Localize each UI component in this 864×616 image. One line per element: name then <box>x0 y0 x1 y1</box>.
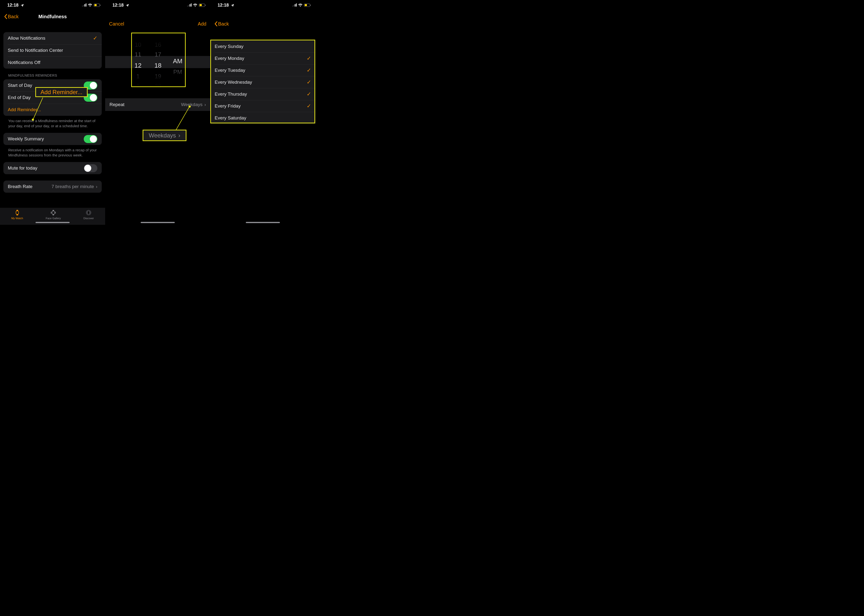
weekly-summary-group: Weekly Summary <box>3 133 102 145</box>
repeat-group: Repeat Weekdays › <box>105 98 210 111</box>
day-row[interactable]: Every Friday✓ <box>210 100 315 112</box>
svg-rect-3 <box>52 211 55 214</box>
reminders-header: MINDFULNESS REMINDERS <box>0 69 105 79</box>
panel-repeat-days: 12:18 Back Every SundayEvery Monday✓Ever… <box>210 0 315 225</box>
picker-tick <box>168 47 187 55</box>
weekly-summary-toggle[interactable] <box>84 135 98 143</box>
add-reminder-row[interactable]: Add Reminder... <box>3 104 102 116</box>
row-label: Breath Rate <box>8 184 32 189</box>
mute-group: Mute for today <box>3 162 102 174</box>
weekly-summary-footer: Receive a notification on Mondays with a… <box>0 145 105 160</box>
day-row[interactable]: Every Sunday <box>210 40 315 52</box>
picker-tick: 15 <box>148 30 168 40</box>
svg-rect-5 <box>53 215 54 215</box>
status-right <box>187 4 205 7</box>
day-row[interactable]: Every Thursday✓ <box>210 88 315 100</box>
tab-label: Discover <box>83 217 94 220</box>
chevron-right-icon: › <box>96 184 98 189</box>
svg-rect-2 <box>16 215 18 215</box>
picker-tick <box>168 30 187 38</box>
repeat-row[interactable]: Repeat Weekdays › <box>105 98 210 111</box>
tab-face-gallery[interactable]: Face Gallery <box>46 209 61 220</box>
home-indicator[interactable] <box>36 222 69 223</box>
notifications-group: Allow Notifications ✓ Send to Notificati… <box>3 32 102 69</box>
svg-rect-7 <box>55 212 56 214</box>
breath-rate-group: Breath Rate 7 breaths per minute › <box>3 181 102 193</box>
tab-my-watch[interactable]: My Watch <box>11 209 23 220</box>
ampm-wheel[interactable]: AM PM <box>168 30 187 93</box>
wifi-icon <box>298 4 302 7</box>
mute-for-today-row[interactable]: Mute for today <box>3 162 102 174</box>
row-label: Add Reminder... <box>8 107 41 112</box>
day-row[interactable]: Every Wednesday✓ <box>210 76 315 88</box>
row-label: Repeat <box>110 102 124 107</box>
hour-wheel[interactable]: 9 10 11 12 1 2 3 <box>128 30 148 93</box>
checkmark-icon: ✓ <box>307 91 311 97</box>
send-to-notification-center-row[interactable]: Send to Notification Center <box>3 44 102 57</box>
start-of-day-toggle[interactable] <box>84 82 98 90</box>
checkmark-icon: ✓ <box>307 103 311 109</box>
picker-tick: 2 <box>128 81 148 91</box>
gallery-icon <box>50 209 57 216</box>
tab-discover[interactable]: Discover <box>83 209 94 220</box>
row-label: End of Day <box>8 95 31 100</box>
picker-tick-selected: 18 <box>148 59 168 72</box>
mute-toggle[interactable] <box>84 164 98 172</box>
breath-rate-row[interactable]: Breath Rate 7 breaths per minute › <box>3 181 102 193</box>
svg-rect-0 <box>16 211 19 214</box>
picker-tick: 20 <box>148 81 168 91</box>
day-row[interactable]: Every Saturday <box>210 112 315 124</box>
nav-bar: Back Mindfulness <box>0 10 105 23</box>
row-label: Weekly Summary <box>8 136 44 141</box>
battery-icon <box>304 4 310 7</box>
back-button[interactable]: Back <box>4 14 19 19</box>
day-row[interactable]: Every Monday✓ <box>210 52 315 64</box>
cancel-button[interactable]: Cancel <box>109 21 124 27</box>
notifications-off-row[interactable]: Notifications Off <box>3 57 102 69</box>
picker-tick-selected: 12 <box>128 59 148 72</box>
row-label: Mute for today <box>8 165 37 171</box>
end-of-day-row[interactable]: End of Day <box>3 91 102 104</box>
day-label: Every Sunday <box>215 44 243 49</box>
status-time: 12:18 <box>7 3 19 8</box>
picker-tick: 19 <box>148 72 168 81</box>
row-label: Allow Notifications <box>8 36 45 41</box>
breath-rate-value: 7 breaths per minute <box>52 184 94 189</box>
picker-tick: 3 <box>128 91 148 93</box>
status-right <box>292 4 310 7</box>
home-indicator[interactable] <box>141 222 175 223</box>
day-label: Every Saturday <box>215 115 246 121</box>
battery-icon <box>199 4 205 7</box>
picker-tick: 11 <box>128 50 148 59</box>
weekly-summary-row[interactable]: Weekly Summary <box>3 133 102 145</box>
checkmark-icon: ✓ <box>307 55 311 61</box>
day-label: Every Thursday <box>215 91 247 97</box>
row-label: Start of Day <box>8 83 32 88</box>
picker-tick-selected: AM <box>168 55 187 67</box>
time-picker[interactable]: 9 10 11 12 1 2 3 15 16 17 18 19 20 <box>105 31 210 93</box>
start-of-day-row[interactable]: Start of Day <box>3 79 102 91</box>
picker-tick: 9 <box>128 30 148 40</box>
chevron-left-icon <box>214 21 217 27</box>
end-of-day-toggle[interactable] <box>84 94 98 102</box>
status-bar: 12:18 <box>0 0 105 10</box>
status-right <box>82 4 100 7</box>
home-indicator[interactable] <box>246 222 280 223</box>
add-button[interactable]: Add <box>198 21 206 27</box>
compass-icon <box>85 209 92 216</box>
allow-notifications-row[interactable]: Allow Notifications ✓ <box>3 32 102 44</box>
picker-tick: 16 <box>148 40 168 50</box>
day-row[interactable]: Every Tuesday✓ <box>210 64 315 76</box>
picker-tick <box>168 38 187 47</box>
tab-label: Face Gallery <box>46 217 61 220</box>
svg-rect-4 <box>53 210 54 211</box>
back-button[interactable]: Back <box>214 21 229 27</box>
location-icon <box>20 3 24 7</box>
minute-wheel[interactable]: 15 16 17 18 19 20 21 <box>148 30 168 93</box>
picker-tick <box>168 85 187 93</box>
checkmark-icon: ✓ <box>307 79 311 85</box>
battery-icon <box>94 4 100 7</box>
chevron-left-icon <box>4 14 7 19</box>
wifi-icon <box>193 4 197 7</box>
status-bar: 12:18 <box>105 0 210 10</box>
